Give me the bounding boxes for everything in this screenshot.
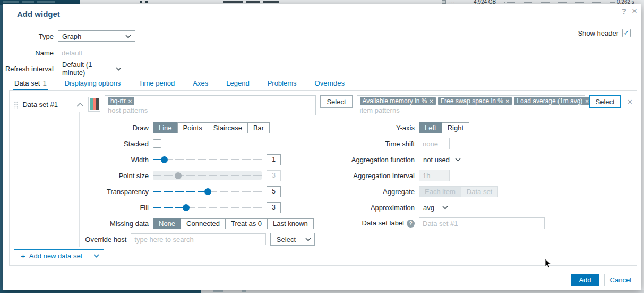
stacked-checkbox[interactable] xyxy=(153,139,161,148)
add-new-data-set-button[interactable]: + Add new data set xyxy=(14,249,89,262)
y-axis-segmented: Left Right xyxy=(419,122,469,133)
show-header-label: Show header xyxy=(578,29,619,37)
slider-handle[interactable] xyxy=(204,188,211,195)
remove-data-set-icon[interactable]: × xyxy=(628,97,632,107)
cancel-button[interactable]: Cancel xyxy=(604,274,637,286)
fill-value[interactable]: 3 xyxy=(267,202,281,213)
draw-option-points[interactable]: Points xyxy=(177,122,208,133)
tab-data-set-count: 1 xyxy=(42,79,46,87)
type-label: Type xyxy=(3,32,54,40)
remove-tag-icon[interactable]: × xyxy=(506,98,509,104)
missing-data-last-known[interactable]: Last known xyxy=(267,218,314,229)
approximation-label: Approximation xyxy=(315,204,419,212)
item-patterns-multiselect[interactable]: Available memory in % × Free swap space … xyxy=(357,95,585,115)
time-shift-input[interactable] xyxy=(419,138,450,149)
host-select-button[interactable]: Select xyxy=(320,95,352,108)
show-header-checkbox[interactable]: ✓ xyxy=(622,29,631,37)
item-patterns-placeholder: item patterns xyxy=(360,106,582,114)
background-text-fragment xyxy=(37,1,55,3)
approximation-select[interactable]: avg xyxy=(419,202,452,213)
checkmark-icon: ✓ xyxy=(624,30,630,36)
remove-tag-icon[interactable]: × xyxy=(585,98,588,104)
data-set-label-label: Data set label? xyxy=(315,219,419,228)
stacked-label: Stacked xyxy=(10,140,153,148)
tab-axes[interactable]: Axes xyxy=(192,77,209,90)
transparency-slider[interactable] xyxy=(153,187,262,196)
drag-handle[interactable] xyxy=(14,101,18,109)
draw-option-staircase[interactable]: Staircase xyxy=(208,122,248,133)
slider-fill xyxy=(153,191,208,192)
missing-data-none[interactable]: None xyxy=(153,218,181,229)
tab-legend[interactable]: Legend xyxy=(225,77,250,90)
name-label: Name xyxy=(3,49,54,57)
aggregation-interval-input xyxy=(419,170,450,181)
type-select[interactable]: Graph xyxy=(58,30,135,42)
add-widget-dialog: Add widget ? × Type Graph Name Refresh i… xyxy=(3,4,641,290)
color-swatch[interactable] xyxy=(88,97,100,112)
transparency-value[interactable]: 5 xyxy=(267,186,281,197)
aggregation-interval-label: Aggregation interval xyxy=(315,172,419,180)
missing-data-label: Missing data xyxy=(10,220,153,228)
dotted-leader xyxy=(504,2,615,3)
draw-segmented: Line Points Staircase Bar xyxy=(153,122,270,133)
chevron-down-icon xyxy=(125,35,131,38)
chevron-down-icon xyxy=(442,206,448,210)
background-footer-light xyxy=(201,290,644,293)
override-host-input[interactable] xyxy=(131,233,266,245)
tab-displaying-options[interactable]: Displaying options xyxy=(64,77,122,90)
background-text-fragment xyxy=(263,1,279,3)
name-input[interactable] xyxy=(58,47,277,58)
item-select-button[interactable]: Select xyxy=(589,95,621,108)
slider-handle[interactable] xyxy=(183,204,190,211)
host-patterns-multiselect[interactable]: hq-rtr × host patterns xyxy=(105,95,316,115)
background-page-top: ... 4.924 GB 0.262 s xyxy=(80,0,644,4)
tab-data-set[interactable]: Data set1 xyxy=(13,77,48,90)
width-slider[interactable] xyxy=(153,155,262,164)
data-set-label-input[interactable] xyxy=(419,217,545,229)
y-axis-label: Y-axis xyxy=(315,124,419,132)
tab-time-period[interactable]: Time period xyxy=(138,77,176,90)
override-host-select-dropdown[interactable] xyxy=(302,233,315,246)
draw-option-line[interactable]: Line xyxy=(153,122,178,133)
background-mark xyxy=(242,290,246,292)
y-axis-left[interactable]: Left xyxy=(419,122,442,133)
host-patterns-placeholder: host patterns xyxy=(108,106,313,114)
memory-value: 4.924 GB xyxy=(474,0,496,4)
data-set-name: Data set #1 xyxy=(22,101,72,108)
dialog-close-icon[interactable]: × xyxy=(632,7,637,15)
collapse-chevron-icon[interactable] xyxy=(76,101,84,108)
tab-overrides[interactable]: Overrides xyxy=(314,77,346,90)
add-button[interactable]: Add xyxy=(571,274,598,286)
missing-data-segmented: None Connected Treat as 0 Last known xyxy=(153,218,314,229)
refresh-interval-select[interactable]: Default (1 minute) xyxy=(58,63,125,74)
slider-track xyxy=(153,175,262,176)
slider-track xyxy=(153,159,262,160)
time-shift-label: Time shift xyxy=(315,140,419,148)
width-value[interactable]: 1 xyxy=(267,154,281,165)
slider-handle[interactable] xyxy=(161,156,168,163)
add-new-data-set-dropdown[interactable] xyxy=(89,249,104,262)
cpu-value: 0.262 s xyxy=(617,0,634,4)
dialog-help-icon[interactable]: ? xyxy=(622,7,626,15)
point-size-value: 3 xyxy=(267,170,281,181)
missing-data-treat-as-0[interactable]: Treat as 0 xyxy=(225,218,268,229)
point-size-slider xyxy=(153,171,262,180)
draw-option-bar[interactable]: Bar xyxy=(247,122,270,133)
background-mark xyxy=(145,1,148,3)
draw-label: Draw xyxy=(10,124,153,132)
tab-problems[interactable]: Problems xyxy=(267,77,298,90)
chevron-down-icon xyxy=(305,238,311,241)
remove-tag-icon[interactable]: × xyxy=(128,98,132,104)
help-icon[interactable]: ? xyxy=(407,220,415,228)
dialog-tabs: Data set1 Displaying options Time period… xyxy=(9,77,635,91)
aggregation-function-select[interactable]: not used xyxy=(419,154,465,165)
background-text-fragment xyxy=(246,1,260,3)
aggregate-each-item: Each item xyxy=(419,186,461,197)
fill-slider[interactable] xyxy=(153,203,262,212)
aggregate-data-set: Data set xyxy=(461,186,498,197)
remove-tag-icon[interactable]: × xyxy=(430,98,433,104)
missing-data-connected[interactable]: Connected xyxy=(181,218,226,229)
y-axis-right[interactable]: Right xyxy=(442,122,469,133)
ellipsis-text: ... xyxy=(449,0,455,4)
override-host-select-button[interactable]: Select xyxy=(270,233,302,246)
